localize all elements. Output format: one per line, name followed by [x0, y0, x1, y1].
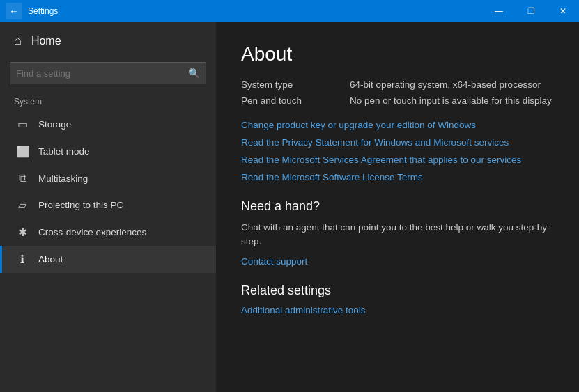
services-agreement-link[interactable]: Read the Microsoft Services Agreement th…: [241, 155, 554, 165]
sidebar-item-storage[interactable]: ▭ Storage: [0, 111, 216, 138]
minimize-button[interactable]: —: [483, 0, 515, 22]
sidebar-item-about[interactable]: ℹ About: [0, 246, 216, 273]
titlebar-left: ← Settings: [6, 3, 58, 19]
info-grid: System type 64-bit operating system, x64…: [241, 79, 554, 106]
sidebar-item-multitasking[interactable]: ⧉ Multitasking: [0, 165, 216, 191]
license-terms-link[interactable]: Read the Microsoft Software License Term…: [241, 172, 554, 182]
related-settings-heading: Related settings: [241, 283, 554, 298]
sidebar-home-item[interactable]: ⌂ Home: [0, 22, 216, 59]
cross-device-icon: ✱: [16, 226, 29, 239]
search-input[interactable]: [16, 68, 184, 79]
admin-tools-link[interactable]: Additional administrative tools: [241, 305, 554, 315]
sidebar: ⌂ Home 🔍 System ▭ Storage ⬜ Tablet mode …: [0, 22, 216, 392]
contact-support-link[interactable]: Contact support: [241, 256, 554, 267]
back-icon: ←: [9, 6, 19, 17]
page-title: About: [241, 43, 554, 65]
system-type-label: System type: [241, 79, 339, 90]
projecting-icon: ▱: [16, 198, 29, 212]
system-section-label: System: [0, 93, 216, 111]
app-body: ⌂ Home 🔍 System ▭ Storage ⬜ Tablet mode …: [0, 22, 579, 392]
titlebar: ← Settings — ❐ ✕: [0, 0, 579, 22]
sidebar-item-cross-device-label: Cross-device experiences: [38, 227, 146, 237]
sidebar-home-label: Home: [31, 35, 61, 47]
sidebar-item-multitasking-label: Multitasking: [38, 173, 88, 184]
maximize-button[interactable]: ❐: [515, 0, 547, 22]
need-a-hand-heading: Need a hand?: [241, 199, 554, 214]
sidebar-item-about-label: About: [38, 254, 63, 265]
product-key-link[interactable]: Change product key or upgrade your editi…: [241, 120, 554, 130]
privacy-statement-link[interactable]: Read the Privacy Statement for Windows a…: [241, 137, 554, 148]
search-box[interactable]: 🔍: [10, 62, 206, 84]
pen-touch-label: Pen and touch: [241, 95, 339, 106]
sidebar-item-projecting-label: Projecting to this PC: [38, 200, 123, 210]
content-area: About System type 64-bit operating syste…: [216, 22, 579, 392]
tablet-icon: ⬜: [16, 145, 29, 158]
home-icon: ⌂: [14, 33, 22, 48]
titlebar-controls: — ❐ ✕: [483, 0, 579, 22]
multitasking-icon: ⧉: [16, 172, 29, 185]
back-button[interactable]: ←: [6, 3, 22, 19]
sidebar-item-tablet-label: Tablet mode: [38, 146, 90, 157]
pen-touch-value: No pen or touch input is available for t…: [350, 95, 554, 106]
need-a-hand-description: Chat with an agent that can point you to…: [241, 221, 554, 249]
close-button[interactable]: ✕: [547, 0, 579, 22]
titlebar-title: Settings: [28, 6, 58, 16]
storage-icon: ▭: [16, 118, 29, 131]
sidebar-item-projecting[interactable]: ▱ Projecting to this PC: [0, 191, 216, 219]
sidebar-item-storage-label: Storage: [38, 119, 71, 130]
search-icon: 🔍: [188, 68, 200, 79]
about-icon: ℹ: [16, 253, 29, 266]
sidebar-item-tablet-mode[interactable]: ⬜ Tablet mode: [0, 138, 216, 165]
system-type-value: 64-bit operating system, x64-based proce…: [350, 79, 554, 90]
sidebar-item-cross-device[interactable]: ✱ Cross-device experiences: [0, 219, 216, 246]
